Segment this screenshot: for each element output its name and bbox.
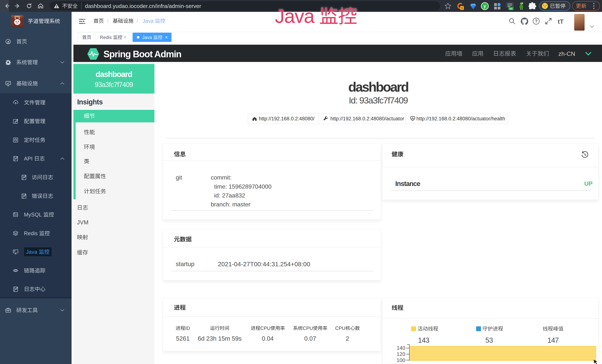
svg-text:?: ? bbox=[535, 19, 538, 23]
svg-text:y: y bbox=[484, 3, 486, 9]
svg-text:on: on bbox=[509, 7, 512, 10]
svg-text:1: 1 bbox=[461, 6, 463, 10]
